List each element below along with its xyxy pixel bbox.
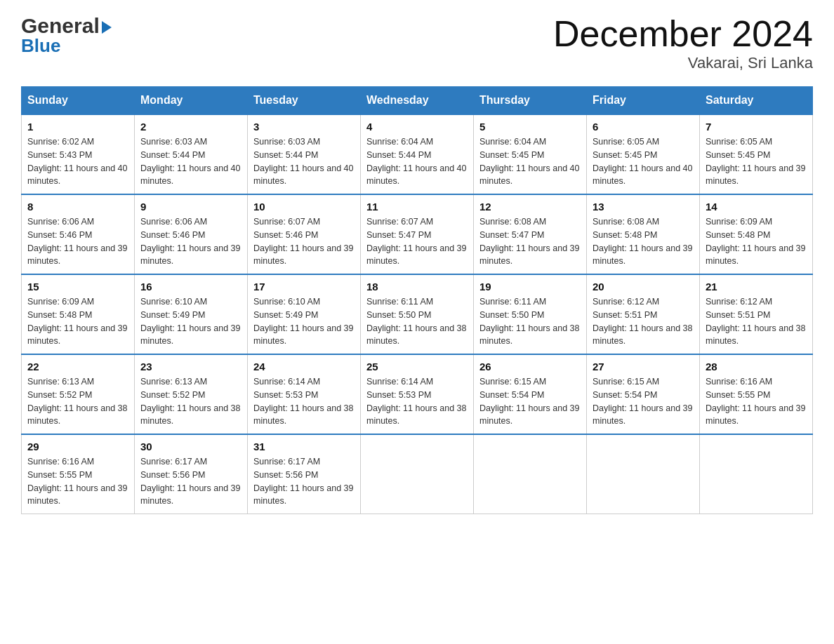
calendar-cell: 4 Sunrise: 6:04 AM Sunset: 5:44 PM Dayli… (361, 114, 474, 194)
day-number: 4 (366, 121, 468, 133)
calendar-cell: 5 Sunrise: 6:04 AM Sunset: 5:45 PM Dayli… (474, 114, 587, 194)
day-info: Sunrise: 6:08 AM Sunset: 5:48 PM Dayligh… (593, 215, 694, 268)
calendar-cell: 8 Sunrise: 6:06 AM Sunset: 5:46 PM Dayli… (22, 194, 135, 274)
sunrise-text: Sunrise: 6:13 AM (140, 377, 207, 387)
daylight-text: Daylight: 11 hours and 39 minutes. (479, 403, 579, 427)
sunset-text: Sunset: 5:45 PM (706, 150, 770, 160)
calendar-cell: 6 Sunrise: 6:05 AM Sunset: 5:45 PM Dayli… (587, 114, 700, 194)
daylight-text: Daylight: 11 hours and 38 minutes. (366, 403, 466, 427)
day-info: Sunrise: 6:08 AM Sunset: 5:47 PM Dayligh… (479, 215, 581, 268)
day-number: 31 (253, 441, 355, 452)
sunset-text: Sunset: 5:46 PM (27, 230, 92, 240)
daylight-text: Daylight: 11 hours and 39 minutes. (27, 323, 127, 347)
calendar-cell: 15 Sunrise: 6:09 AM Sunset: 5:48 PM Dayl… (22, 274, 135, 354)
daylight-text: Daylight: 11 hours and 39 minutes. (706, 243, 805, 267)
calendar-cell (361, 434, 474, 514)
daylight-text: Daylight: 11 hours and 39 minutes. (706, 403, 805, 427)
sunrise-text: Sunrise: 6:12 AM (706, 297, 772, 307)
daylight-text: Daylight: 11 hours and 39 minutes. (253, 323, 353, 347)
daylight-text: Daylight: 11 hours and 39 minutes. (140, 243, 240, 267)
sunset-text: Sunset: 5:55 PM (706, 390, 770, 400)
day-number: 23 (140, 361, 241, 373)
col-thursday: Thursday (474, 87, 587, 115)
calendar-cell: 19 Sunrise: 6:11 AM Sunset: 5:50 PM Dayl… (474, 274, 587, 354)
sunrise-text: Sunrise: 6:10 AM (140, 297, 207, 307)
sunrise-text: Sunrise: 6:06 AM (27, 217, 94, 227)
daylight-text: Daylight: 11 hours and 40 minutes. (479, 163, 579, 187)
calendar-cell: 17 Sunrise: 6:10 AM Sunset: 5:49 PM Dayl… (248, 274, 361, 354)
day-info: Sunrise: 6:17 AM Sunset: 5:56 PM Dayligh… (140, 455, 241, 508)
sunrise-text: Sunrise: 6:15 AM (593, 377, 659, 387)
page-header: General Blue December 2024 Vakarai, Sri … (21, 14, 813, 72)
daylight-text: Daylight: 11 hours and 39 minutes. (140, 323, 240, 347)
sunrise-text: Sunrise: 6:16 AM (706, 377, 772, 387)
daylight-text: Daylight: 11 hours and 38 minutes. (366, 323, 466, 347)
daylight-text: Daylight: 11 hours and 39 minutes. (27, 483, 127, 507)
day-number: 12 (479, 201, 581, 213)
calendar-cell: 3 Sunrise: 6:03 AM Sunset: 5:44 PM Dayli… (248, 114, 361, 194)
sunrise-text: Sunrise: 6:17 AM (253, 457, 320, 467)
sunrise-text: Sunrise: 6:08 AM (479, 217, 546, 227)
sunrise-text: Sunrise: 6:11 AM (479, 297, 546, 307)
col-saturday: Saturday (700, 87, 813, 115)
day-number: 30 (140, 441, 241, 452)
sunrise-text: Sunrise: 6:03 AM (140, 137, 207, 147)
sunset-text: Sunset: 5:48 PM (27, 310, 92, 320)
day-number: 24 (253, 361, 355, 373)
sunset-text: Sunset: 5:44 PM (253, 150, 318, 160)
sunrise-text: Sunrise: 6:14 AM (253, 377, 320, 387)
daylight-text: Daylight: 11 hours and 38 minutes. (706, 323, 805, 347)
daylight-text: Daylight: 11 hours and 40 minutes. (27, 163, 127, 187)
day-info: Sunrise: 6:16 AM Sunset: 5:55 PM Dayligh… (27, 455, 128, 508)
calendar-cell: 27 Sunrise: 6:15 AM Sunset: 5:54 PM Dayl… (587, 354, 700, 434)
daylight-text: Daylight: 11 hours and 39 minutes. (140, 483, 240, 507)
daylight-text: Daylight: 11 hours and 38 minutes. (479, 323, 579, 347)
col-wednesday: Wednesday (361, 87, 474, 115)
logo-arrow-icon (102, 21, 112, 34)
sunset-text: Sunset: 5:44 PM (140, 150, 205, 160)
day-number: 13 (593, 201, 694, 213)
daylight-text: Daylight: 11 hours and 40 minutes. (253, 163, 353, 187)
daylight-text: Daylight: 11 hours and 39 minutes. (706, 163, 805, 187)
daylight-text: Daylight: 11 hours and 39 minutes. (27, 243, 127, 267)
sunset-text: Sunset: 5:43 PM (27, 150, 92, 160)
day-number: 28 (706, 361, 807, 373)
day-info: Sunrise: 6:06 AM Sunset: 5:46 PM Dayligh… (140, 215, 241, 268)
day-number: 19 (479, 281, 581, 293)
sunrise-text: Sunrise: 6:11 AM (366, 297, 433, 307)
sunset-text: Sunset: 5:53 PM (253, 390, 318, 400)
daylight-text: Daylight: 11 hours and 38 minutes. (27, 403, 127, 427)
col-monday: Monday (135, 87, 248, 115)
day-info: Sunrise: 6:04 AM Sunset: 5:44 PM Dayligh… (366, 135, 468, 188)
day-number: 3 (253, 121, 355, 133)
daylight-text: Daylight: 11 hours and 38 minutes. (140, 403, 240, 427)
calendar-cell: 25 Sunrise: 6:14 AM Sunset: 5:53 PM Dayl… (361, 354, 474, 434)
calendar-cell: 16 Sunrise: 6:10 AM Sunset: 5:49 PM Dayl… (135, 274, 248, 354)
sunset-text: Sunset: 5:51 PM (706, 310, 770, 320)
calendar-cell: 11 Sunrise: 6:07 AM Sunset: 5:47 PM Dayl… (361, 194, 474, 274)
day-info: Sunrise: 6:14 AM Sunset: 5:53 PM Dayligh… (366, 375, 468, 428)
sunrise-text: Sunrise: 6:08 AM (593, 217, 659, 227)
sunrise-text: Sunrise: 6:07 AM (253, 217, 320, 227)
calendar-week-row: 29 Sunrise: 6:16 AM Sunset: 5:55 PM Dayl… (22, 434, 813, 514)
day-info: Sunrise: 6:03 AM Sunset: 5:44 PM Dayligh… (253, 135, 355, 188)
day-info: Sunrise: 6:11 AM Sunset: 5:50 PM Dayligh… (366, 295, 468, 348)
day-info: Sunrise: 6:06 AM Sunset: 5:46 PM Dayligh… (27, 215, 128, 268)
calendar-cell: 24 Sunrise: 6:14 AM Sunset: 5:53 PM Dayl… (248, 354, 361, 434)
sunset-text: Sunset: 5:47 PM (479, 230, 544, 240)
sunset-text: Sunset: 5:49 PM (140, 310, 205, 320)
calendar-cell (587, 434, 700, 514)
day-info: Sunrise: 6:09 AM Sunset: 5:48 PM Dayligh… (27, 295, 128, 348)
sunset-text: Sunset: 5:53 PM (366, 390, 431, 400)
daylight-text: Daylight: 11 hours and 39 minutes. (253, 243, 353, 267)
sunset-text: Sunset: 5:52 PM (140, 390, 205, 400)
calendar-cell: 26 Sunrise: 6:15 AM Sunset: 5:54 PM Dayl… (474, 354, 587, 434)
day-number: 5 (479, 121, 581, 133)
sunset-text: Sunset: 5:44 PM (366, 150, 431, 160)
day-info: Sunrise: 6:11 AM Sunset: 5:50 PM Dayligh… (479, 295, 581, 348)
sunrise-text: Sunrise: 6:17 AM (140, 457, 207, 467)
day-number: 25 (366, 361, 468, 373)
daylight-text: Daylight: 11 hours and 40 minutes. (366, 163, 466, 187)
calendar-cell: 13 Sunrise: 6:08 AM Sunset: 5:48 PM Dayl… (587, 194, 700, 274)
col-tuesday: Tuesday (248, 87, 361, 115)
